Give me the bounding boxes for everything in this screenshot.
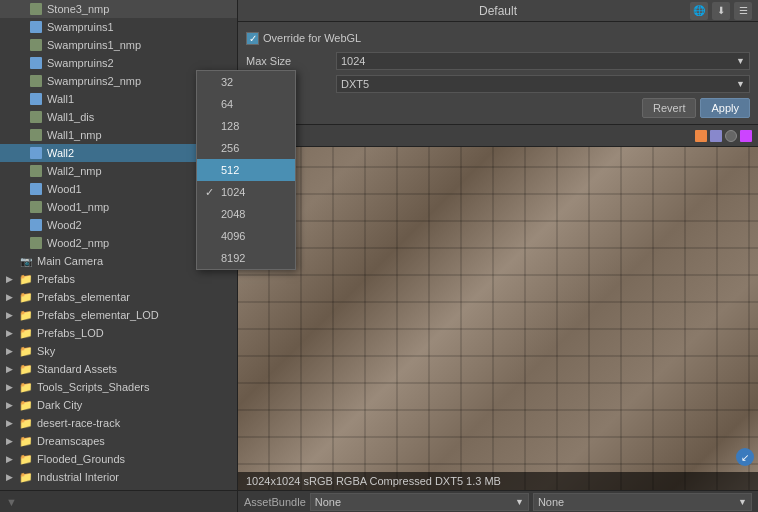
dropdown-item[interactable]: 2048	[197, 203, 295, 225]
texture-nmp-icon	[28, 235, 44, 251]
download-icon[interactable]: ⬇	[712, 2, 730, 20]
tree-item-label: Swampruins2	[47, 57, 114, 69]
tree-item-label: Wood2	[47, 219, 82, 231]
override-label: Override for WebGL	[263, 32, 361, 44]
max-size-select[interactable]: 1024 ▼	[336, 52, 750, 70]
texture-icon	[28, 217, 44, 233]
panel-title: Default	[479, 4, 517, 18]
color2-icon[interactable]	[740, 130, 752, 142]
button-row: Revert Apply	[246, 98, 750, 118]
folder-icon: 📁	[18, 415, 34, 431]
folder-icon: 📁	[18, 379, 34, 395]
dropdown-item[interactable]: 8192	[197, 247, 295, 269]
tree-item[interactable]: ▶📁desert-race-track	[0, 414, 237, 432]
folder-arrow: ▶	[6, 346, 16, 356]
dropdown-item[interactable]: 32	[197, 71, 295, 93]
tree-item-label: Wall2_nmp	[47, 165, 102, 177]
asset-bundle-value2: None	[538, 496, 564, 508]
dropdown-item[interactable]: 512	[197, 159, 295, 181]
override-row: ✓ Override for WebGL	[246, 28, 750, 48]
tree-item[interactable]: ▶📁Standard Assets	[0, 360, 237, 378]
texture-nmp-icon	[28, 199, 44, 215]
preview-area: Wall2 1024x1024 sRGB RGBA Compressed DXT…	[238, 125, 758, 490]
apply-button[interactable]: Apply	[700, 98, 750, 118]
tree-item[interactable]: ▶📁Sky	[0, 342, 237, 360]
texture-image	[238, 147, 758, 490]
tree-item-label: Standard Assets	[37, 363, 117, 375]
texture-nmp-icon	[28, 37, 44, 53]
folder-icon: 📁	[18, 361, 34, 377]
color-icon[interactable]	[695, 130, 707, 142]
max-size-label: Max Size	[246, 55, 336, 67]
tree-item[interactable]: ▶📁Dark City	[0, 396, 237, 414]
folder-icon: 📁	[18, 433, 34, 449]
tree-item[interactable]: Swampruins1_nmp	[0, 36, 237, 54]
tree-item-label: Prefabs	[37, 273, 75, 285]
folder-icon: 📁	[18, 325, 34, 341]
texture-nmp-icon	[28, 73, 44, 89]
tree-item-label: Prefabs_LOD	[37, 327, 104, 339]
asset-bundle-select2[interactable]: None ▼	[533, 493, 752, 511]
texture-nmp-icon	[28, 1, 44, 17]
tree-item-label: Flooded_Grounds	[37, 453, 125, 465]
tree-item-label: Industrial Interior	[37, 471, 119, 483]
dropdown-item[interactable]: 4096	[197, 225, 295, 247]
tree-item[interactable]: ▶📁Prefabs	[0, 270, 237, 288]
override-checkbox[interactable]: ✓	[246, 32, 259, 45]
folder-arrow: ▶	[6, 454, 16, 464]
max-size-row: Max Size 1024 ▼	[246, 51, 750, 71]
asset-bundle-value1: None	[315, 496, 341, 508]
tree-item[interactable]: ▶📁Prefabs_elementar	[0, 288, 237, 306]
tree-item[interactable]: ▶📁Prefabs_elementar_LOD	[0, 306, 237, 324]
format-arrow: ▼	[736, 79, 745, 89]
texture-nmp-icon	[28, 127, 44, 143]
top-bar: Default 🌐 ⬇ ☰	[238, 0, 758, 22]
texture-info-text: 1024x1024 sRGB RGBA Compressed DXT5 1.3 …	[246, 475, 501, 487]
tree-item-label: Main Camera	[37, 255, 103, 267]
top-bar-icons: 🌐 ⬇ ☰	[690, 2, 752, 20]
tree-item[interactable]: ▶📁Dreamscapes	[0, 432, 237, 450]
preview-header: Wall2	[238, 125, 758, 147]
folder-arrow: ▶	[6, 472, 16, 482]
preview-header-icons	[695, 130, 752, 142]
tree-item[interactable]: Swampruins1	[0, 18, 237, 36]
folder-arrow: ▶	[6, 310, 16, 320]
tree-item[interactable]: ▶📁Flooded_Grounds	[0, 450, 237, 468]
tree-item-label: Sky	[37, 345, 55, 357]
tree-item[interactable]: ▶📁Prefabs_LOD	[0, 324, 237, 342]
rgb-icon[interactable]	[710, 130, 722, 142]
revert-button[interactable]: Revert	[642, 98, 696, 118]
folder-arrow: ▶	[6, 418, 16, 428]
override-checkbox-row: ✓ Override for WebGL	[246, 32, 361, 45]
tree-item[interactable]: ▶📁Tools_Scripts_Shaders	[0, 378, 237, 396]
dropdown-item[interactable]: 256	[197, 137, 295, 159]
texture-preview: 1024x1024 sRGB RGBA Compressed DXT5 1.3 …	[238, 147, 758, 490]
folder-arrow: ▶	[6, 274, 16, 284]
folder-arrow: ▶	[6, 400, 16, 410]
tree-item-label: Wall2	[47, 147, 74, 159]
asset-bundle-select1[interactable]: None ▼	[310, 493, 529, 511]
folder-arrow: ▶	[6, 328, 16, 338]
dropdown-item[interactable]: 64	[197, 93, 295, 115]
globe-icon[interactable]: 🌐	[690, 2, 708, 20]
dropdown-item[interactable]: 128	[197, 115, 295, 137]
format-select[interactable]: DXT5 ▼	[336, 75, 750, 93]
tree-item-label: Stone3_nmp	[47, 3, 109, 15]
tree-item[interactable]: ▶📁Industrial Interior	[0, 468, 237, 486]
tree-item[interactable]: Stone3_nmp	[0, 0, 237, 18]
folder-icon: 📁	[18, 307, 34, 323]
corner-button[interactable]: ↙	[736, 448, 754, 466]
folder-icon: 📁	[18, 397, 34, 413]
dropdown-item[interactable]: 1024	[197, 181, 295, 203]
texture-nmp-icon	[28, 109, 44, 125]
toggle-icon[interactable]	[725, 130, 737, 142]
format-row: Format DXT5 ▼	[246, 74, 750, 94]
tree-item-label: Swampruins2_nmp	[47, 75, 141, 87]
texture-nmp-icon	[28, 163, 44, 179]
folder-icon: 📁	[18, 271, 34, 287]
tree-item-label: Swampruins1	[47, 21, 114, 33]
texture-icon	[28, 91, 44, 107]
check-mark: ✓	[249, 33, 257, 44]
menu-icon[interactable]: ☰	[734, 2, 752, 20]
folder-icon: 📁	[18, 343, 34, 359]
